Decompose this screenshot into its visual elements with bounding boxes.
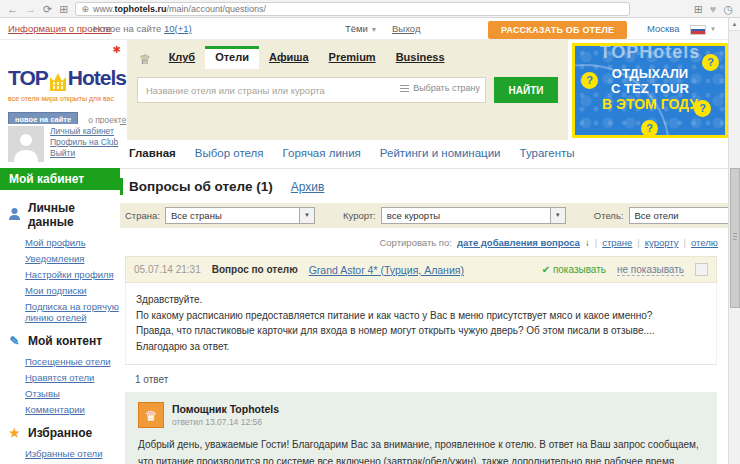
logout-link[interactable]: Выход (392, 23, 420, 34)
answer-meta: ответил 13.07.14 12:56 (172, 417, 279, 427)
question-line: Благодарю за ответ. (136, 339, 706, 355)
answer-avatar-crown-icon: ♛ (138, 402, 164, 428)
new-on-site-count[interactable]: 10(+1) (164, 23, 192, 34)
about-project-link[interactable]: о проекте (88, 115, 126, 125)
browser-toolbar: ← → ⟳ ⊞ ⊕ www.tophotels.ru/main/account/… (0, 0, 740, 18)
sidebar-link-liked-hotels[interactable]: Нравятся отели (25, 372, 120, 383)
sidebar-link-my-subscriptions[interactable]: Мои подписки (25, 285, 120, 296)
content-tab-travel-agents[interactable]: Турагенты (520, 147, 575, 159)
sort-by-country-link[interactable]: стране (602, 237, 632, 248)
person-icon (7, 207, 22, 223)
tab-premium[interactable]: Premium (319, 47, 386, 69)
content-tabs: Главная Выбор отеля Горячая линия Рейтин… (120, 140, 728, 169)
sort-by-resort-link[interactable]: курорту (645, 237, 679, 248)
sort-row: Сортировать по: дате добавления вопроса … (120, 228, 728, 255)
user-menu[interactable]: Тёми ▼ (345, 23, 378, 34)
question-mark-icon: ? (581, 72, 598, 89)
forward-icon[interactable]: → (25, 0, 36, 18)
page-title: Вопросы об отеле (1) (129, 179, 273, 194)
question-body: Здравствуйте. По какому расписанию предо… (125, 283, 717, 364)
search-row: Выбрать страну НАЙТИ (137, 77, 558, 103)
check-icon: ✔ (542, 264, 550, 275)
lang-caret-icon[interactable]: ▼ (710, 26, 716, 32)
find-button[interactable]: НАЙТИ (494, 77, 558, 103)
main-nav: ♕ Клуб Отели Афиша Premium Business (127, 40, 568, 69)
question-mark-icon: ? (641, 120, 658, 137)
scrollbar[interactable]: ▲ (728, 18, 740, 464)
sidebar-link-signout[interactable]: Выйти (50, 148, 118, 159)
sidebar-link-notifications[interactable]: Уведомления (25, 253, 120, 264)
filter-resort-select[interactable]: все курорты▼ (381, 207, 566, 224)
sidebar-link-visited-hotels[interactable]: Посещенные отели (25, 356, 120, 367)
user-caret-icon: ▼ (371, 26, 378, 33)
filter-hotel-select[interactable]: Все отели▼ (629, 207, 740, 224)
extensions-grid-icon[interactable]: ⊞ (694, 0, 703, 18)
tab-business[interactable]: Business (386, 47, 455, 69)
sort-direction-icon[interactable]: ↓ (585, 237, 590, 248)
russia-flag-icon[interactable] (690, 25, 706, 35)
chevron-down-icon: ▼ (299, 208, 314, 223)
pencil-icon: ✎ (7, 334, 22, 348)
show-link[interactable]: ✔ показывать (542, 264, 606, 275)
sort-label: Сортировать по: (379, 237, 451, 248)
site-topbar: Информация о проекте Новое на сайте 10(+… (0, 19, 728, 40)
city-link[interactable]: Москва (647, 23, 679, 34)
sort-by-hotel-link[interactable]: отелю (691, 237, 718, 248)
question-type-label: Вопрос по отелю (212, 264, 298, 275)
tab-afisha[interactable]: Афиша (259, 47, 319, 69)
collapse-icon[interactable] (695, 263, 708, 276)
sidebar-link-profile-settings[interactable]: Настройки профиля (25, 269, 120, 280)
content-tab-home[interactable]: Главная (129, 147, 176, 159)
sort-by-date-link[interactable]: дате добавления вопроса (457, 237, 580, 248)
apps-icon[interactable]: ⊞ (59, 0, 68, 18)
section-favorites: ★ Избранное Избранные отели (0, 426, 120, 459)
answer-paragraph: Добрый день, уважаемые Гости! Благодарим… (138, 437, 704, 464)
tab-club[interactable]: Клуб (159, 47, 205, 69)
hamburger-icon (400, 85, 409, 92)
sidebar-link-comments[interactable]: Комментарии (25, 404, 120, 415)
sidebar-link-my-profile[interactable]: Мой профиль (25, 237, 120, 248)
sidebar: Личный кабинет Профиль на Club Выйти Мой… (0, 124, 120, 464)
new-on-site: Новое на сайте 10(+1) (93, 23, 192, 34)
logo-crown-icon (49, 69, 67, 91)
back-icon[interactable]: ← (7, 0, 18, 18)
url-bar[interactable]: ⊕ www.tophotels.ru/main/account/question… (75, 2, 630, 16)
answer-author: Помощник Tophotels (172, 403, 279, 415)
sidebar-link-hotline-subscription[interactable]: Подписка на горячую линию отелей (25, 301, 120, 323)
tab-hotels[interactable]: Отели (205, 46, 259, 69)
section-personal-data: Личные данные Мой профиль Уведомления На… (0, 201, 120, 323)
logo-tagline: все отели мира открыты для вас (8, 95, 114, 102)
content-tab-ratings[interactable]: Рейтинги и номинации (380, 147, 501, 159)
nav-search-panel: ♕ Клуб Отели Афиша Premium Business Выбр… (127, 40, 568, 140)
site-icon: ⊕ (81, 2, 89, 16)
sidebar-link-reviews[interactable]: Отзывы (25, 388, 120, 399)
question-line: Здравствуйте. (136, 292, 706, 308)
question-mark-icon: ? (694, 100, 711, 117)
star-icon: ✱ (113, 44, 121, 55)
filter-country-select[interactable]: Все страны▼ (165, 207, 315, 224)
tell-about-hotel-button[interactable]: РАССКАЗАТЬ ОБ ОТЕЛЕ (488, 21, 627, 39)
content-tab-hotline[interactable]: Горячая линия (283, 147, 361, 159)
scrollbar-thumb[interactable] (730, 168, 740, 308)
star-icon: ★ (7, 426, 22, 440)
cabinet-header: Мой кабинет (0, 168, 120, 190)
hide-link[interactable]: не показывать (617, 264, 684, 276)
content-tab-hotel-choice[interactable]: Выбор отеля (195, 147, 264, 159)
crown-icon: ♕ (139, 52, 151, 67)
refresh-icon[interactable]: ⟳ (43, 0, 52, 18)
bookmark-heart-icon[interactable]: ♥ (710, 0, 717, 18)
logo[interactable]: TOP Hotels (8, 66, 126, 90)
hotel-link[interactable]: Grand Astor 4* (Турция, Алания) (309, 264, 464, 276)
sidebar-link-favorite-hotels[interactable]: Избранные отели (25, 448, 120, 459)
avatar (8, 126, 44, 162)
tez-tour-banner[interactable]: TOPHotels ОТДЫХАЛИ С TEZ TOUR В ЭТОМ ГОД… (572, 43, 728, 138)
archive-link[interactable]: Архив (291, 180, 325, 194)
main-content: Главная Выбор отеля Горячая линия Рейтин… (120, 140, 728, 464)
question-line: Правда, что пластиковые карточки для вхо… (136, 323, 706, 339)
country-select[interactable]: Выбрать страну (400, 83, 480, 93)
sidebar-link-personal-cabinet[interactable]: Личный кабинет (50, 126, 118, 137)
sidebar-link-club-profile[interactable]: Профиль на Club (50, 137, 118, 148)
scrollbar-up-arrow[interactable]: ▲ (729, 18, 740, 31)
question-mark-icon: ? (702, 54, 719, 71)
history-clock-icon[interactable]: ◷ (723, 0, 733, 18)
